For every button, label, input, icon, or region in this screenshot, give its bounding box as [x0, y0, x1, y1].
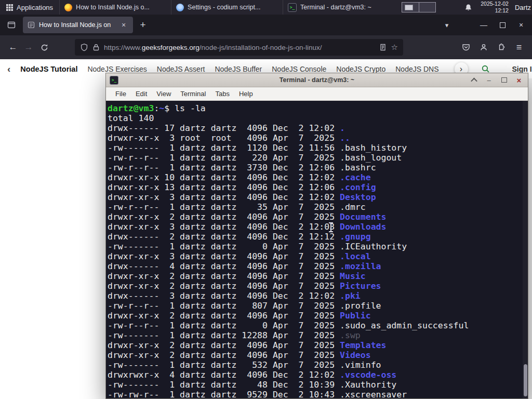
browser-tab[interactable]: How to Install Node.js on ×	[23, 17, 133, 33]
desktop: Applications How to Install Node.js o...…	[0, 0, 532, 399]
terminal-scrollbar[interactable]	[523, 101, 528, 398]
list-all-tabs-chevron[interactable]: ▾	[441, 21, 453, 29]
page-scrollbar[interactable]	[528, 78, 532, 399]
terminal-title-bar[interactable]: Terminal - dartz@vm3: ~ – ×	[106, 73, 528, 87]
terminal-window-title: Terminal - dartz@vm3: ~	[106, 76, 528, 84]
site-nav-back-chevron[interactable]: ‹	[7, 63, 10, 75]
terminal-line: drwxr-xr-x 2 dartz dartz 4096 Apr 7 2025…	[108, 350, 527, 360]
applications-menu-button[interactable]: Applications	[0, 0, 59, 15]
browser-navigation-toolbar: ← → https://www.geeksforgeeks.org/node-j…	[0, 35, 532, 59]
maximize-box-icon	[501, 77, 507, 83]
terminal-line: drwxr-xr-x 2 dartz dartz 4096 Apr 7 2025…	[108, 281, 527, 291]
task-label: Settings - codium script...	[188, 4, 260, 11]
browser-maximize-button[interactable]	[496, 18, 509, 32]
maximize-box-icon	[500, 22, 506, 28]
terminal-line: drwx------ 17 dartz dartz 4096 Dec 2 12:…	[108, 123, 527, 133]
task-label: Terminal - dartz@vm3: ~	[300, 4, 371, 11]
terminal-window-icon	[110, 76, 118, 85]
top-panel: Applications How to Install Node.js o...…	[0, 0, 532, 15]
toolbar-right-icons: ≡	[456, 39, 527, 55]
site-nav-item-active[interactable]: NodeJS Tutorial	[20, 65, 77, 73]
sign-in-link[interactable]: Sign In	[512, 65, 532, 73]
menu-tabs[interactable]: Tabs	[210, 89, 234, 99]
mouse-ibeam-cursor	[330, 223, 331, 232]
terminal-total-line: total 140	[108, 113, 527, 123]
terminal-line: drwx------ 3 dartz dartz 4096 Dec 2 12:0…	[108, 291, 527, 301]
firefox-view-button[interactable]	[4, 18, 19, 32]
panel-clock[interactable]: 2025-12-02 12:12	[481, 1, 509, 14]
browser-close-button[interactable]: ×	[514, 18, 528, 32]
terminal-screen[interactable]: dartz@vm3:~$ ls -la total 140 drwx------…	[106, 101, 528, 398]
lock-icon[interactable]	[93, 44, 99, 51]
url-path: /node-js/installation-of-node-js-on-linu…	[200, 44, 322, 51]
terminal-listing: drwx------ 17 dartz dartz 4096 Dec 2 12:…	[108, 123, 527, 398]
app-menu-button[interactable]: ≡	[511, 39, 527, 55]
forward-button[interactable]: →	[21, 39, 36, 55]
workspace-window-thumb	[405, 5, 413, 10]
site-nav-item[interactable]: NodeJS Crypto	[336, 65, 385, 73]
url-bar[interactable]: https://www.geeksforgeeks.org/node-js/in…	[75, 39, 403, 56]
terminal-menu-bar: File Edit View Terminal Tabs Help	[106, 87, 528, 101]
chevron-up-icon	[471, 77, 477, 84]
clock-date: 2025-12-02	[481, 1, 509, 7]
menu-terminal[interactable]: Terminal	[176, 89, 210, 99]
extensions-puzzle-icon[interactable]	[494, 39, 509, 55]
site-nav-item[interactable]: NodeJS Assert	[157, 65, 205, 73]
bookmark-star-icon[interactable]: ☆	[391, 43, 398, 52]
pocket-icon[interactable]	[458, 39, 474, 55]
terminal-line: drwxr-xr-x 10 dartz dartz 4096 Dec 2 12:…	[108, 172, 527, 182]
terminal-window-controls: – ×	[469, 75, 524, 85]
new-tab-button[interactable]: +	[135, 17, 151, 33]
taskbar-button-browser[interactable]: How to Install Node.js o...	[59, 0, 171, 15]
terminal-icon	[288, 3, 297, 12]
back-button[interactable]: ←	[5, 39, 21, 55]
terminal-line: drwxr-xr-x 3 dartz dartz 4096 Dec 2 12:0…	[108, 192, 527, 202]
site-nav-item[interactable]: NodeJS DNS	[395, 65, 438, 73]
workspace-1[interactable]	[402, 3, 419, 12]
reload-button[interactable]	[36, 39, 52, 55]
prompt-command: ls -la	[169, 103, 206, 113]
terminal-line: drwxr-xr-x 2 dartz dartz 4096 Apr 7 2025…	[108, 271, 527, 281]
site-search-icon[interactable]	[481, 64, 490, 73]
taskbar-button-terminal[interactable]: Terminal - dartz@vm3: ~	[283, 0, 394, 15]
taskbar-button-settings[interactable]: Settings - codium script...	[171, 0, 283, 15]
browser-minimize-button[interactable]: —	[477, 18, 490, 32]
terminal-line: -rw------- 1 dartz dartz 532 Apr 7 2025 …	[108, 360, 527, 370]
menu-file[interactable]: File	[111, 89, 131, 99]
notification-bell-icon[interactable]	[464, 4, 472, 11]
terminal-maximize-button[interactable]	[499, 75, 509, 85]
site-nav-item[interactable]: NodeJS Console	[272, 65, 326, 73]
terminal-line: drwxr-xr-x 2 dartz dartz 4096 Apr 7 2025…	[108, 340, 527, 350]
terminal-minimize-button[interactable]: –	[484, 75, 494, 85]
terminal-line: drwxr-xr-x 3 dartz dartz 4096 Apr 7 2025…	[108, 251, 527, 261]
settings-icon	[176, 4, 184, 11]
terminal-rollup-button[interactable]	[469, 75, 479, 85]
prompt-separator: :	[154, 103, 159, 113]
menu-view[interactable]: View	[152, 89, 176, 99]
reader-mode-icon[interactable]	[379, 44, 387, 51]
account-icon[interactable]	[476, 39, 491, 55]
tab-close-button[interactable]: ×	[119, 21, 128, 29]
clock-time: 12:12	[481, 7, 509, 14]
site-nav-item[interactable]: NodeJS Exercises	[87, 65, 147, 73]
panel-user-label[interactable]: Dartz	[515, 4, 531, 11]
panel-spacer	[436, 0, 464, 15]
prompt-cwd: ~	[159, 103, 164, 113]
terminal-line: -rw-r--r-- 1 dartz dartz 220 Apr 7 2025 …	[108, 153, 527, 163]
task-label: How to Install Node.js o...	[76, 4, 150, 11]
site-nav-item[interactable]: NodeJS Buffer	[215, 65, 262, 73]
terminal-line: -rw-r--r-- 1 dartz dartz 3730 Dec 2 12:0…	[108, 163, 527, 172]
browser-tab-bar: How to Install Node.js on × + ▾ — ×	[0, 15, 532, 35]
url-scheme: https://www.	[104, 44, 142, 51]
tracking-shield-icon[interactable]	[80, 43, 88, 51]
terminal-close-button[interactable]: ×	[514, 75, 524, 85]
terminal-line: -rw-rw-r-- 1 dartz dartz 9529 Dec 2 10:4…	[108, 390, 527, 398]
terminal-scrollbar-thumb[interactable]	[524, 364, 527, 396]
terminal-prompt-line: dartz@vm3:~$ ls -la	[108, 103, 527, 113]
menu-edit[interactable]: Edit	[131, 89, 152, 99]
workspace-2[interactable]	[419, 3, 436, 12]
url-text: https://www.geeksforgeeks.org/node-js/in…	[104, 44, 375, 51]
workspace-switcher[interactable]	[402, 2, 436, 12]
terminal-line: drwxr-xr-x 13 dartz dartz 4096 Dec 2 12:…	[108, 182, 527, 192]
menu-help[interactable]: Help	[234, 89, 258, 99]
